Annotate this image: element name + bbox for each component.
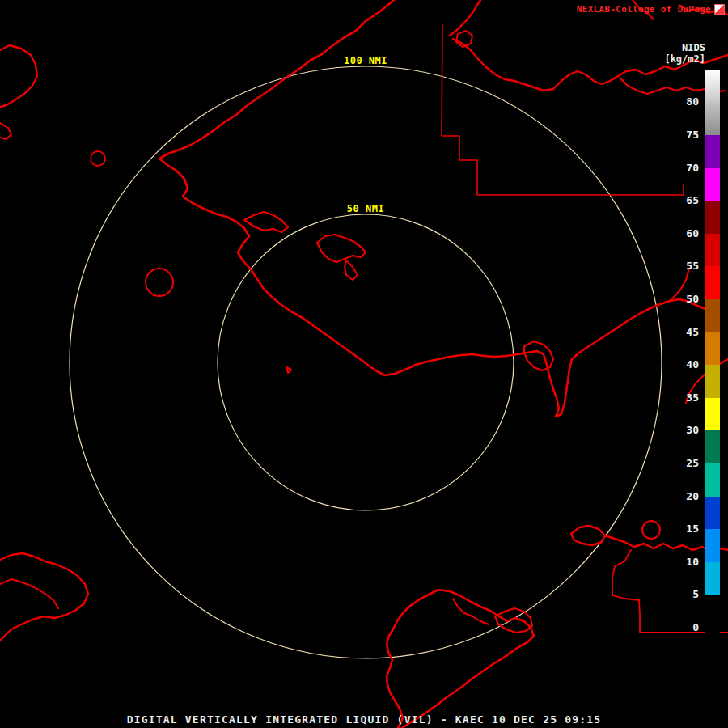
colorbar-segment [705, 201, 720, 234]
map-outline-path [244, 212, 288, 232]
colorbar-tick-label: 65 [667, 194, 699, 207]
map-outline-path [387, 590, 534, 728]
colorbar-segment [705, 430, 720, 463]
map-outline-path [286, 367, 291, 373]
header: NEXLAB-College of DuPage [577, 4, 725, 15]
colorbar-tick-label: 35 [667, 392, 699, 404]
colorbar-tick-label: 80 [667, 95, 699, 108]
colorbar-tick-label: 20 [667, 490, 699, 503]
colorbar-segment [705, 365, 720, 398]
colorbar-tick-label: 75 [667, 129, 699, 142]
colorbar-segment [705, 168, 720, 201]
colorbar-tick-label: 50 [667, 293, 699, 306]
map-outline-path [159, 0, 705, 417]
map-outline-path [91, 151, 105, 166]
colorbar-tick-label: 30 [667, 424, 699, 437]
colorbar-segment [705, 102, 720, 135]
range-ring-label: 50 NMI [347, 203, 384, 214]
map-outline-path [317, 235, 366, 262]
map-outline-path [571, 526, 605, 545]
product-caption: DIGITAL VERTICALLY INTEGRATED LIQUID (VI… [0, 713, 728, 726]
radar-map [0, 0, 728, 728]
colorbar-segment [705, 299, 720, 332]
colorbar-tick-label: 10 [667, 556, 699, 569]
map-outline-path [642, 521, 660, 539]
map-outline-path [0, 45, 37, 107]
units-label: [kg/m2] [664, 53, 705, 65]
colorbar-tick-label: 45 [667, 326, 699, 339]
map-outline-path [0, 553, 88, 641]
colorbar-segment [705, 463, 720, 497]
colorbar-segment [705, 562, 720, 595]
brand-text: NEXLAB-College of DuPage [577, 4, 711, 15]
product-label: NIDS [682, 42, 705, 53]
map-outline-path [442, 24, 684, 195]
map-outline-path [0, 579, 58, 608]
map-outline-path [0, 123, 11, 139]
colorbar-tick-label: 40 [667, 358, 699, 371]
colorbar-segment [705, 135, 720, 168]
colorbar-tick-label: 15 [667, 523, 699, 535]
colorbar-segment [705, 529, 720, 562]
map-outline-path [146, 269, 173, 296]
colorbar-tick-label: 55 [667, 260, 699, 273]
colorbar-segment [705, 266, 720, 299]
radar-display: NEXLAB-College of DuPage NIDS [kg/m2] DI… [0, 0, 728, 728]
map-outline-path [495, 608, 532, 633]
colorbar-tick-label: 25 [667, 457, 699, 470]
colorbar-segment [705, 70, 720, 103]
colorbar-segment [705, 398, 720, 431]
map-outline-path [524, 341, 553, 370]
colorbar-segment [705, 332, 720, 366]
colorbar-tick-label: 70 [667, 162, 699, 175]
range-ring-label: 100 NMI [344, 55, 387, 66]
colorbar-segment [705, 234, 720, 267]
colorbar-segment [705, 595, 720, 639]
colorbar-tick-label: 5 [667, 588, 699, 601]
colorbar-tick-label: 0 [667, 621, 699, 634]
map-outline-path [345, 260, 358, 280]
colorbar-tick-label: 60 [667, 227, 699, 240]
cod-logo-icon [714, 4, 725, 15]
colorbar-segment [705, 497, 720, 530]
